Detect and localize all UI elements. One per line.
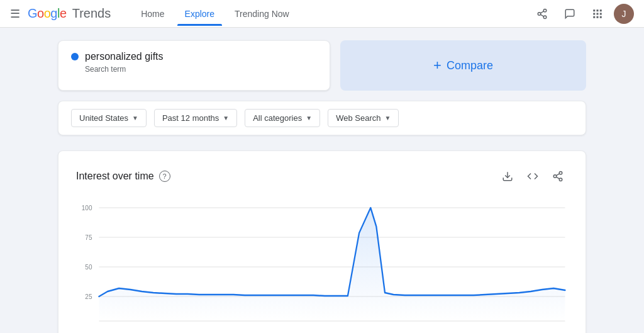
chart-container: 100 75 50 25 May 14, 2023: [76, 201, 568, 333]
location-filter-label: United States: [79, 113, 128, 123]
feedback-icon[interactable]: [558, 3, 581, 25]
svg-rect-11: [593, 16, 595, 18]
filters-row: United States ▼ Past 12 months ▼ All cat…: [58, 101, 586, 135]
nav-explore[interactable]: Explore: [177, 3, 222, 25]
svg-line-18: [556, 177, 559, 179]
svg-point-0: [543, 9, 547, 12]
search-term-name: personalized gifts: [85, 51, 164, 62]
category-chevron-icon: ▼: [306, 115, 312, 121]
compare-plus-icon: +: [433, 57, 441, 74]
svg-line-3: [540, 14, 543, 16]
nav-home[interactable]: Home: [133, 3, 172, 25]
chart-header: Interest over time ?: [76, 166, 568, 186]
nav-trending-now[interactable]: Trending Now: [227, 3, 297, 25]
svg-point-2: [543, 16, 547, 19]
main-content: personalized gifts Search term + Compare…: [20, 28, 624, 333]
location-chevron-icon: ▼: [132, 115, 138, 121]
share-chart-icon[interactable]: [548, 166, 568, 186]
svg-rect-10: [600, 13, 602, 14]
svg-text:100: 100: [82, 204, 92, 212]
svg-text:50: 50: [85, 263, 92, 271]
help-icon[interactable]: ?: [159, 171, 170, 182]
search-row: personalized gifts Search term + Compare: [58, 40, 586, 91]
search-term-type: Search term: [85, 65, 317, 74]
time-chevron-icon: ▼: [223, 115, 229, 121]
svg-line-19: [556, 174, 559, 176]
search-type-filter-label: Web Search: [336, 113, 380, 123]
apps-icon[interactable]: [586, 3, 609, 25]
category-filter[interactable]: All categories ▼: [245, 109, 320, 127]
svg-rect-6: [597, 9, 599, 11]
svg-text:75: 75: [85, 234, 92, 242]
svg-line-4: [540, 11, 543, 13]
svg-rect-13: [600, 16, 602, 18]
download-icon[interactable]: [497, 166, 518, 186]
header: ☰ Google Trends Home Explore Trending No…: [0, 0, 644, 28]
svg-rect-12: [597, 16, 599, 18]
search-type-chevron-icon: ▼: [384, 115, 391, 121]
svg-point-1: [538, 12, 541, 15]
svg-point-17: [559, 178, 562, 181]
svg-point-16: [553, 175, 557, 178]
svg-point-15: [559, 172, 562, 175]
avatar[interactable]: J: [614, 4, 634, 24]
category-filter-label: All categories: [253, 113, 302, 123]
chart-svg: 100 75 50 25: [76, 201, 568, 327]
time-range-filter-label: Past 12 months: [162, 113, 219, 123]
chart-title-group: Interest over time ?: [76, 171, 170, 182]
search-term-header: personalized gifts: [71, 51, 317, 62]
logo: Google Trends: [28, 6, 111, 21]
chart-title: Interest over time: [76, 171, 154, 182]
logo-trends: Trends: [69, 6, 111, 21]
menu-icon[interactable]: ☰: [10, 7, 20, 21]
compare-label: Compare: [447, 59, 493, 72]
svg-rect-9: [597, 13, 599, 14]
main-nav: Home Explore Trending Now: [133, 3, 296, 25]
header-left: ☰ Google Trends Home Explore Trending No…: [10, 3, 531, 25]
location-filter[interactable]: United States ▼: [71, 109, 147, 127]
search-type-filter[interactable]: Web Search ▼: [328, 109, 399, 127]
svg-rect-8: [593, 13, 595, 14]
embed-icon[interactable]: [523, 166, 543, 186]
svg-rect-7: [600, 9, 602, 11]
logo-google: Google: [28, 6, 67, 21]
chart-actions: [497, 166, 568, 186]
svg-rect-5: [593, 9, 595, 11]
share-icon[interactable]: [531, 3, 553, 25]
search-term-card: personalized gifts Search term: [58, 40, 330, 91]
compare-card[interactable]: + Compare: [340, 40, 586, 91]
header-right: J: [531, 3, 634, 25]
blue-dot-indicator: [71, 53, 79, 60]
time-range-filter[interactable]: Past 12 months ▼: [154, 109, 237, 127]
chart-section: Interest over time ?: [58, 150, 586, 333]
svg-text:25: 25: [85, 293, 92, 301]
